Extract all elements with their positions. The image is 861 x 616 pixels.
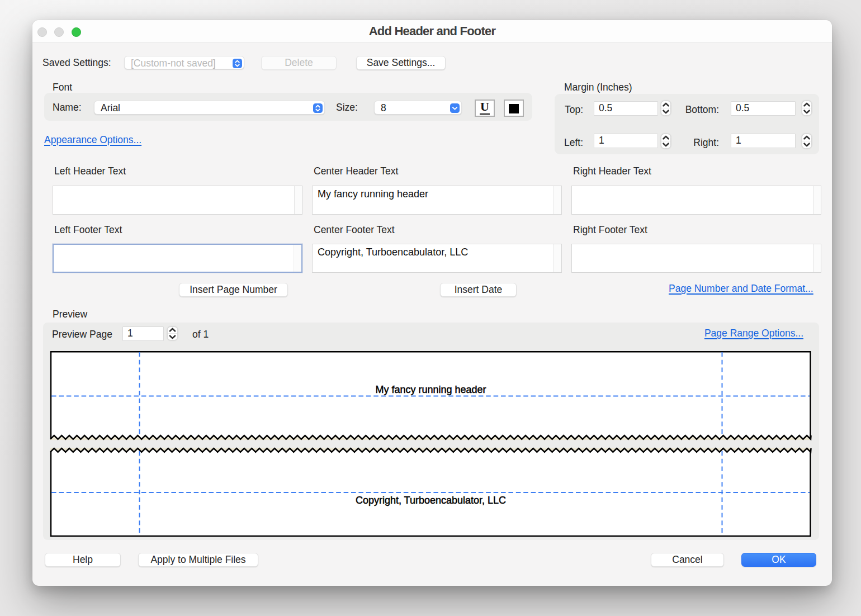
svg-text:My fancy running header: My fancy running header xyxy=(375,384,486,395)
svg-text:Copyright, Turboencabulator, L: Copyright, Turboencabulator, LLC xyxy=(356,495,506,506)
